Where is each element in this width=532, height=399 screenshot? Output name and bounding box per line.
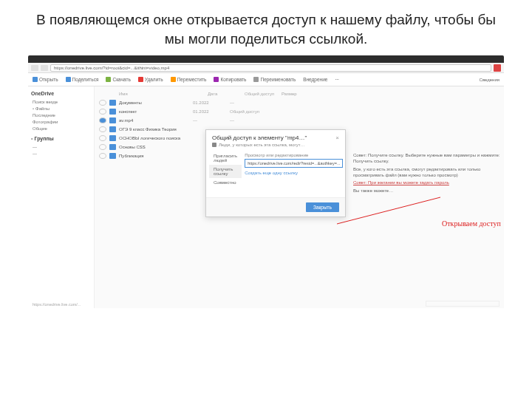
sidebar-item[interactable]: — (31, 150, 91, 157)
lock-icon (212, 143, 216, 147)
file-name: av.mp4 (119, 118, 193, 123)
file-icon (109, 153, 116, 159)
tb-open[interactable]: Открыть (33, 77, 58, 82)
tb-copy[interactable]: Копировать (214, 77, 246, 82)
row-select-icon[interactable] (99, 135, 106, 141)
sidebar-item[interactable]: Последние (31, 112, 91, 118)
tb-more[interactable]: ··· (335, 77, 338, 82)
url-field[interactable]: https://onedrive.live.com/?id=root&cid=.… (50, 64, 491, 72)
rename-icon (253, 77, 259, 82)
file-name: Документы (119, 100, 193, 105)
tip-text: Вы также можете… (353, 188, 508, 194)
dialog-tabs: Пригласить людей Получить ссылку Совмест… (206, 150, 242, 191)
sidebar-search[interactable]: Поиск везде (31, 98, 91, 105)
close-icon[interactable]: × (335, 134, 339, 141)
tip-link[interactable]: Совет: При желании вы можете задать паро… (353, 180, 508, 186)
row-select-icon[interactable] (99, 109, 106, 115)
col-date[interactable]: Дата (208, 92, 245, 96)
file-name: конспект (119, 109, 193, 114)
tips-panel: Совет: Получите ссылку. Выберите нужные … (353, 153, 508, 197)
file-date: 01.2022 (193, 109, 230, 114)
nav-back-icon[interactable] (31, 65, 38, 71)
tb-embed[interactable]: Внедрение (303, 77, 327, 82)
file-name: Публикация (119, 154, 193, 158)
tb-share[interactable]: Поделиться (66, 77, 99, 82)
address-bar: https://onedrive.live.com/?id=root&cid=.… (28, 63, 504, 73)
share-link-input[interactable]: https://onedrive.live.com/redir?resid=..… (245, 159, 343, 168)
tb-delete[interactable]: Удалить (138, 77, 163, 82)
table-header: Имя Дата Общий доступ Размер (99, 89, 499, 98)
file-icon (109, 135, 116, 141)
tb-download[interactable]: Скачать (106, 77, 130, 82)
file-icon (109, 117, 116, 123)
tb-move[interactable]: Переместить (171, 77, 207, 82)
file-icon (109, 109, 116, 115)
sidebar-brand: OneDrive (31, 91, 91, 96)
col-size[interactable]: Размер (282, 92, 318, 96)
file-share: Общий доступ (230, 109, 267, 114)
row-select-icon[interactable] (99, 126, 106, 132)
copy-icon (214, 77, 219, 82)
tab-getlink[interactable]: Получить ссылку (209, 165, 242, 178)
file-name: ОСНОВЫ логического поиска (119, 136, 193, 140)
sidebar-item[interactable]: Фотографии (31, 118, 91, 125)
sidebar-groups: Группы (31, 136, 91, 141)
file-share: — (230, 100, 267, 105)
dialog-title: Общий доступ к элементу "mp4…" (212, 134, 307, 141)
row-select-icon[interactable] (99, 100, 106, 106)
file-name: Основы CSS (119, 145, 193, 149)
open-icon (33, 77, 38, 82)
file-icon (109, 126, 116, 132)
sidebar: OneDrive Поиск везде Файлы Последние Фот… (28, 86, 95, 308)
tab-shared[interactable]: Совместно (209, 178, 242, 187)
col-name[interactable]: Имя (119, 92, 208, 96)
table-row[interactable]: Документы01.2022— (99, 98, 499, 107)
content-area: OneDrive Поиск везде Файлы Последние Фот… (28, 86, 504, 308)
link-mode-label: Просмотр или редактирование (245, 153, 343, 157)
slide-title: В появляющемся окне открывается доступ к… (0, 0, 532, 55)
sidebar-item[interactable]: Общие (31, 125, 91, 132)
dialog-subtitle: Люди, у которых есть эта ссылка, могут… (206, 143, 345, 150)
file-name: ОГЭ 9 класс Физика Теория (119, 127, 193, 132)
browser-tab-strip (28, 55, 504, 63)
file-share: — (230, 118, 267, 123)
file-date: 01.2022 (193, 100, 230, 105)
share-dialog: Общий доступ к элементу "mp4…" × Люди, у… (205, 129, 346, 217)
tb-details[interactable]: Сведения (480, 78, 499, 82)
tip-text: Совет: Получите ссылку. Выберите нужные … (353, 153, 508, 165)
annotation-text: Открываем доступ (442, 219, 501, 228)
row-select-icon[interactable] (99, 153, 106, 159)
row-select-icon[interactable] (99, 144, 106, 150)
download-icon (106, 77, 111, 82)
create-another-link[interactable]: Создать еще одну ссылку (245, 171, 343, 175)
move-icon (171, 77, 176, 82)
sidebar-item[interactable]: Файлы (31, 105, 91, 112)
browser-ext-icon[interactable] (494, 64, 501, 72)
share-icon (66, 77, 71, 82)
col-share[interactable]: Общий доступ (245, 92, 282, 96)
tb-rename[interactable]: Переименовать (253, 77, 296, 82)
delete-icon (138, 77, 143, 82)
table-row[interactable]: av.mp4—— (99, 116, 499, 125)
tab-invite[interactable]: Пригласить людей (209, 151, 242, 165)
file-icon (109, 144, 116, 150)
row-select-icon[interactable] (99, 117, 106, 123)
file-date: — (193, 118, 230, 123)
tip-text: Все, у кого есть эта ссылка, смогут реда… (353, 167, 508, 179)
app-toolbar: Открыть Поделиться Скачать Удалить Перем… (28, 73, 504, 86)
dialog-header: Общий доступ к элементу "mp4…" × (206, 130, 345, 143)
sidebar-item[interactable]: — (31, 143, 91, 150)
table-row[interactable]: конспект01.2022Общий доступ (99, 107, 499, 116)
done-button[interactable]: Закрыть (306, 202, 339, 212)
file-icon (109, 100, 116, 106)
nav-fwd-icon[interactable] (41, 65, 48, 71)
status-bar-right (426, 301, 499, 307)
